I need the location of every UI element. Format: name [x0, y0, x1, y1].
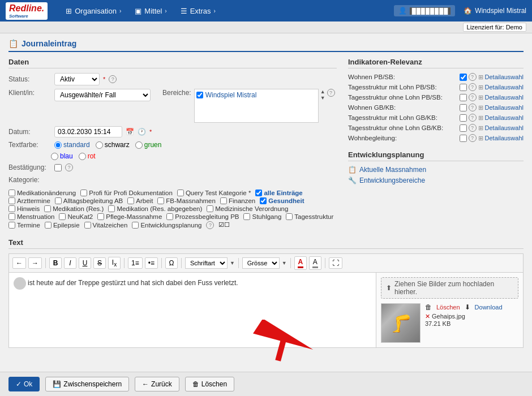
- italic-button[interactable]: I: [64, 257, 76, 269]
- status-select[interactable]: Aktiv: [54, 73, 100, 85]
- ordered-list-button[interactable]: 1≡: [128, 257, 143, 269]
- ok-button[interactable]: ✓ Ok: [8, 377, 40, 391]
- indikator-tag-ohnelohn-pbsb-table-icon[interactable]: ⊞: [478, 94, 483, 101]
- indikator-tag-lohn-gbkb-checkbox[interactable]: [460, 114, 467, 122]
- radio-gruen-input[interactable]: [135, 141, 143, 149]
- indikator-tag-ohnelohn-gbkb-table-icon[interactable]: ⊞: [478, 124, 483, 132]
- entwicklung-bereiche-link[interactable]: 🔧 Entwicklungsbereiche: [348, 177, 524, 184]
- clear-format-button[interactable]: Ix: [108, 257, 121, 269]
- image-delete-link[interactable]: Löschen: [436, 304, 460, 311]
- checkbox-pflegemassnahme-input[interactable]: [97, 213, 104, 220]
- radio-schwarz-input[interactable]: [96, 141, 103, 149]
- indikator-wohnen-gbkb-table-icon[interactable]: ⊞: [478, 104, 483, 111]
- checkbox-medikation-abgegeben-input[interactable]: [108, 205, 115, 212]
- checkbox-prozessbegleitung-input[interactable]: [166, 213, 173, 220]
- indikator-wohnen-pbsb-table-icon[interactable]: ⊞: [478, 74, 483, 81]
- omega-button[interactable]: Ω: [165, 257, 178, 269]
- indikator-wohnbegleitung-table-icon[interactable]: ⊞: [478, 135, 483, 142]
- bestatigung-checkbox[interactable]: [54, 164, 62, 171]
- bereiche-help-icon[interactable]: ?: [327, 89, 335, 97]
- user-area[interactable]: 👤 ████████: [394, 5, 456, 16]
- indikator-wohnen-pbsb-help[interactable]: ?: [469, 73, 477, 81]
- checkbox-arzttermine-input[interactable]: [8, 197, 15, 204]
- zwischenspeichern-button[interactable]: 💾 Zwischenspeichern: [45, 377, 129, 391]
- checkbox-alltagsbegleitung-input[interactable]: [55, 197, 62, 204]
- scroll-down-icon[interactable]: ▼: [320, 95, 325, 101]
- indikator-tag-ohnelohn-gbkb-checkbox[interactable]: [460, 124, 467, 132]
- checkbox-stuhlgang-input[interactable]: [243, 213, 250, 220]
- checkbox-menstruation-input[interactable]: [8, 213, 15, 220]
- grosse-select[interactable]: Grösse: [242, 257, 280, 269]
- indikator-tag-ohnelohn-pbsb-detail[interactable]: Detailauswahl: [485, 94, 524, 101]
- radio-rot-input[interactable]: [79, 153, 86, 160]
- nav-mittel[interactable]: ▣ Mittel ›: [128, 0, 173, 21]
- indikator-tag-ohnelohn-pbsb-checkbox[interactable]: [460, 94, 467, 101]
- checkbox-medikation-res-input[interactable]: [44, 205, 51, 212]
- indikator-wohnen-pbsb-checkbox[interactable]: [460, 74, 467, 81]
- checkbox-neukat2-input[interactable]: [59, 213, 66, 220]
- checkbox-medizinische-input[interactable]: [207, 205, 213, 212]
- indikator-tag-lohn-gbkb-help[interactable]: ?: [469, 114, 477, 122]
- bestatigung-help-icon[interactable]: ?: [65, 163, 73, 171]
- indikator-tag-ohnelohn-gbkb-help[interactable]: ?: [469, 124, 477, 132]
- radio-standard-input[interactable]: [54, 141, 62, 149]
- indikator-tag-lohn-gbkb-table-icon[interactable]: ⊞: [478, 114, 483, 122]
- font-bg-button[interactable]: A: [309, 256, 321, 270]
- indikator-tag-ohnelohn-gbkb-detail[interactable]: Detailauswahl: [485, 124, 524, 131]
- checkbox-querytest-input[interactable]: [177, 190, 184, 196]
- image-download-link[interactable]: Download: [475, 304, 503, 311]
- entwicklung-massnahmen-link[interactable]: 📋 Aktuelle Massnahmen: [348, 166, 524, 174]
- indikator-wohnbegleitung-checkbox[interactable]: [460, 135, 467, 142]
- indikator-wohnbegleitung-help[interactable]: ?: [469, 134, 477, 142]
- checkbox-fbmassnahmen-input[interactable]: [157, 197, 164, 204]
- bold-button[interactable]: B: [49, 257, 62, 269]
- nav-extras[interactable]: ☰ Extras ›: [174, 0, 222, 21]
- undo-button[interactable]: ←: [12, 257, 26, 269]
- indikator-wohnen-pbsb-detail[interactable]: Detailauswahl: [485, 74, 524, 80]
- clock-icon[interactable]: 🕐: [138, 128, 146, 136]
- kategorie-help-icon[interactable]: ?: [206, 221, 214, 229]
- checkbox-entwicklungsplanung-input[interactable]: [132, 222, 139, 229]
- indikator-tag-lohn-pbsb-table-icon[interactable]: ⊞: [478, 84, 483, 91]
- indikator-wohnen-gbkb-help[interactable]: ?: [469, 104, 477, 111]
- fullscreen-button[interactable]: ⛶: [329, 257, 342, 269]
- checkbox-arbeit-input[interactable]: [127, 197, 134, 204]
- zuruck-button[interactable]: ← Zurück: [135, 377, 179, 391]
- checkbox-alleeintrage-input[interactable]: [255, 190, 262, 196]
- nav-organisation[interactable]: ⊞ Organisation ›: [59, 0, 128, 21]
- klient-select[interactable]: Ausgewählte/r Fall: [54, 89, 151, 101]
- checkbox-tagesstruktur-input[interactable]: [286, 213, 293, 220]
- checkbox-vitalzeichen-input[interactable]: [84, 222, 91, 229]
- checkbox-medikationanderung-input[interactable]: [8, 190, 15, 196]
- calendar-icon[interactable]: 📅: [126, 128, 134, 136]
- font-color-button[interactable]: A: [294, 256, 307, 270]
- home-area[interactable]: 🏠 Windspiel Mistral: [464, 7, 526, 15]
- indikator-tag-lohn-pbsb-help[interactable]: ?: [469, 83, 477, 91]
- checkbox-termine-input[interactable]: [8, 222, 15, 229]
- checkbox-epilepsie-input[interactable]: [45, 222, 52, 229]
- indikator-tag-lohn-gbkb-detail[interactable]: Detailauswahl: [485, 114, 524, 121]
- radio-blau-input[interactable]: [51, 153, 58, 160]
- checkbox-profi-input[interactable]: [80, 190, 87, 196]
- checkbox-finanzen-input[interactable]: [220, 197, 227, 204]
- checkbox-gesundheit-input[interactable]: [260, 197, 267, 204]
- underline-button[interactable]: U: [79, 257, 91, 269]
- scroll-up-icon[interactable]: ▲: [320, 89, 325, 94]
- bereiche-checkbox-windspiel[interactable]: [196, 92, 203, 98]
- indikator-tag-lohn-pbsb-checkbox[interactable]: [460, 84, 467, 91]
- datum-input[interactable]: [54, 126, 122, 137]
- indikator-tag-ohnelohn-pbsb-help[interactable]: ?: [469, 93, 477, 101]
- strikethrough-button[interactable]: S: [93, 257, 106, 269]
- checkbox-hinweis-input[interactable]: [8, 205, 15, 212]
- loschen-button[interactable]: 🗑 Löschen: [185, 377, 234, 391]
- indikator-wohnen-gbkb-detail[interactable]: Detailauswahl: [485, 104, 524, 111]
- schriftart-select[interactable]: Schriftart: [185, 257, 228, 269]
- license-button[interactable]: Lizenziert für: Demo: [463, 23, 526, 32]
- indikator-wohnen-gbkb-checkbox[interactable]: [460, 104, 467, 111]
- indikator-wohnbegleitung-detail[interactable]: Detailauswahl: [485, 135, 524, 141]
- status-help-icon[interactable]: ?: [109, 75, 117, 83]
- upload-button[interactable]: ⬆ Ziehen Sie Bilder zum hochladen hierhe…: [381, 277, 518, 299]
- unordered-list-button[interactable]: •≡: [145, 257, 158, 269]
- indikator-tag-lohn-pbsb-detail[interactable]: Detailauswahl: [485, 84, 524, 91]
- redo-button[interactable]: →: [28, 257, 42, 269]
